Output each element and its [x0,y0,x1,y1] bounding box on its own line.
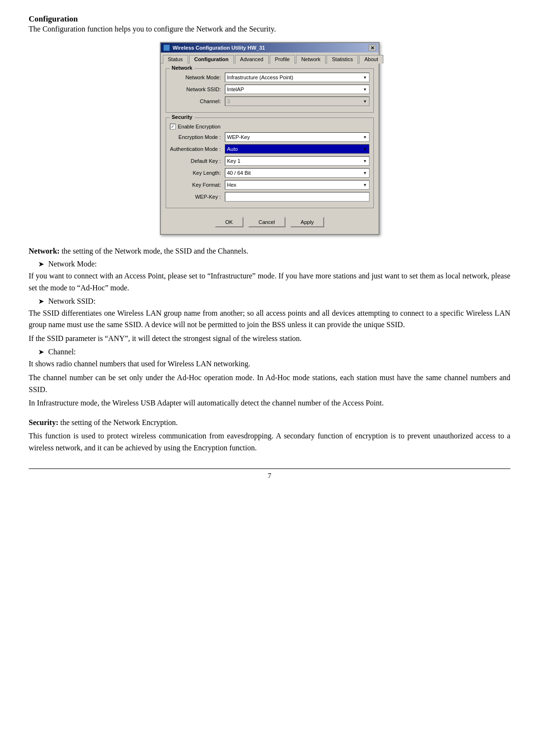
network-group: Network Network Mode: Infrastructure (Ac… [166,68,374,113]
dialog-titlebar: Wireless Configuration Utility HW_31 ✕ [161,43,379,53]
bullet2-para1: The SSID differentiates one Wireless LAN… [29,308,510,331]
page-divider [29,469,510,469]
auth-mode-label: Authentication Mode : [170,146,225,152]
dialog-tabs: Status Configuration Advanced Profile Ne… [161,53,379,64]
default-key-dropdown[interactable]: Key 1 ▼ [225,156,370,166]
close-button[interactable]: ✕ [369,44,376,51]
network-ssid-arrow: ▼ [363,87,367,92]
auth-mode-dropdown[interactable]: Auto ▼ [225,144,370,154]
network-heading-bold: Network: [29,247,60,255]
default-key-arrow: ▼ [363,159,367,163]
dialog-box: Wireless Configuration Utility HW_31 ✕ S… [160,42,380,235]
auth-mode-row: Authentication Mode : Auto ▼ [170,144,370,154]
channel-arrow: ▼ [363,99,367,104]
dialog-buttons: OK Cancel Apply [166,213,374,229]
security-group: Security ✓ Enable Encryption Encryption … [166,117,374,208]
wep-key-input[interactable] [225,192,370,202]
encryption-mode-row: Encryption Mode : WEP-Key ▼ [170,132,370,142]
app-icon [163,44,170,51]
network-heading-desc: the setting of the Network mode, the SSI… [62,247,248,255]
tab-configuration[interactable]: Configuration [189,55,234,64]
security-section-heading: Security: the setting of the Network Enc… [29,417,510,428]
network-mode-value: Infrastructure (Access Point) [227,75,294,80]
bullet1-label: Network Mode: [48,260,97,268]
key-format-label: Key Format: [170,182,225,188]
enable-encryption-label: Enable Encryption [178,124,221,129]
encryption-mode-value: WEP-Key [227,134,250,140]
tab-advanced[interactable]: Advanced [235,55,269,64]
network-ssid-dropdown[interactable]: IntelAP ▼ [225,85,370,94]
dialog-title-text: Wireless Configuration Utility HW_31 [173,45,265,51]
page-title: Configuration [29,14,510,24]
key-length-arrow: ▼ [363,171,367,175]
tab-status[interactable]: Status [163,55,188,64]
network-mode-label: Network Mode: [170,75,225,80]
wep-key-label: WEP-Key : [170,194,225,200]
bullet3-para1: It shows radio channel numbers that used… [29,358,510,370]
tab-profile[interactable]: Profile [270,55,295,64]
apply-button[interactable]: Apply [290,217,325,227]
network-mode-dropdown[interactable]: Infrastructure (Access Point) ▼ [225,73,370,82]
wep-key-row: WEP-Key : [170,192,370,202]
network-ssid-label: Network SSID: [170,86,225,92]
tab-about[interactable]: About [359,55,383,64]
channel-dropdown[interactable]: 3 ▼ [225,96,370,106]
key-format-value: Hex [227,182,237,188]
security-para: This function is used to protect wireles… [29,430,510,454]
network-ssid-value: IntelAP [227,86,244,92]
key-format-dropdown[interactable]: Hex ▼ [225,180,370,190]
key-length-label: Key Length: [170,170,225,176]
cancel-button[interactable]: Cancel [248,217,285,227]
security-heading-desc: the setting of the Network Encryption. [60,418,178,426]
key-format-arrow: ▼ [363,183,367,187]
network-ssid-row: Network SSID: IntelAP ▼ [170,85,370,94]
key-format-row: Key Format: Hex ▼ [170,180,370,190]
default-key-label: Default Key : [170,158,225,164]
network-group-label: Network [170,65,194,71]
dialog-title-group: Wireless Configuration Utility HW_31 [163,44,265,51]
bullet-channel: ➤ Channel: [38,348,510,356]
encryption-mode-dropdown[interactable]: WEP-Key ▼ [225,132,370,142]
bullet-network-mode: ➤ Network Mode: [38,260,510,268]
bullet3-para2: The channel number can be set only under… [29,372,510,396]
page-number: 7 [29,472,510,480]
key-length-dropdown[interactable]: 40 / 64 Bit ▼ [225,168,370,178]
auth-mode-arrow: ▼ [363,147,367,151]
bullet-arrow-2: ➤ [38,297,44,306]
security-heading-bold: Security: [29,418,58,426]
bullet-arrow-3: ➤ [38,348,44,356]
enable-encryption-row: ✓ Enable Encryption [170,124,370,129]
bullet1-para: If you want to connect with an Access Po… [29,270,510,294]
bullet-ssid: ➤ Network SSID: [38,297,510,306]
key-length-row: Key Length: 40 / 64 Bit ▼ [170,168,370,178]
channel-row: Channel: 3 ▼ [170,96,370,106]
tab-network[interactable]: Network [296,55,326,64]
network-mode-arrow: ▼ [363,75,367,80]
bullet-arrow-1: ➤ [38,260,44,268]
encryption-mode-arrow: ▼ [363,135,367,139]
encryption-mode-label: Encryption Mode : [170,134,225,140]
ok-button[interactable]: OK [215,217,243,227]
default-key-row: Default Key : Key 1 ▼ [170,156,370,166]
channel-label: Channel: [170,98,225,104]
bullet2-para2: If the SSID parameter is “ANY”, it will … [29,333,510,345]
auth-mode-value: Auto [227,146,238,152]
security-group-label: Security [170,114,194,120]
bullet3-label: Channel: [48,348,76,356]
channel-value: 3 [227,98,230,104]
network-mode-row: Network Mode: Infrastructure (Access Poi… [170,73,370,82]
dialog-body: Network Network Mode: Infrastructure (Ac… [161,64,379,234]
key-length-value: 40 / 64 Bit [227,170,251,176]
bullet3-para3: In Infrastructure mode, the Wireless USB… [29,397,510,409]
bullet2-label: Network SSID: [48,297,95,306]
tab-statistics[interactable]: Statistics [327,55,358,64]
default-key-value: Key 1 [227,158,241,164]
intro-text: The Configuration function helps you to … [29,25,510,33]
enable-encryption-checkbox[interactable]: ✓ [170,124,176,129]
network-section-heading: Network: the setting of the Network mode… [29,245,510,257]
